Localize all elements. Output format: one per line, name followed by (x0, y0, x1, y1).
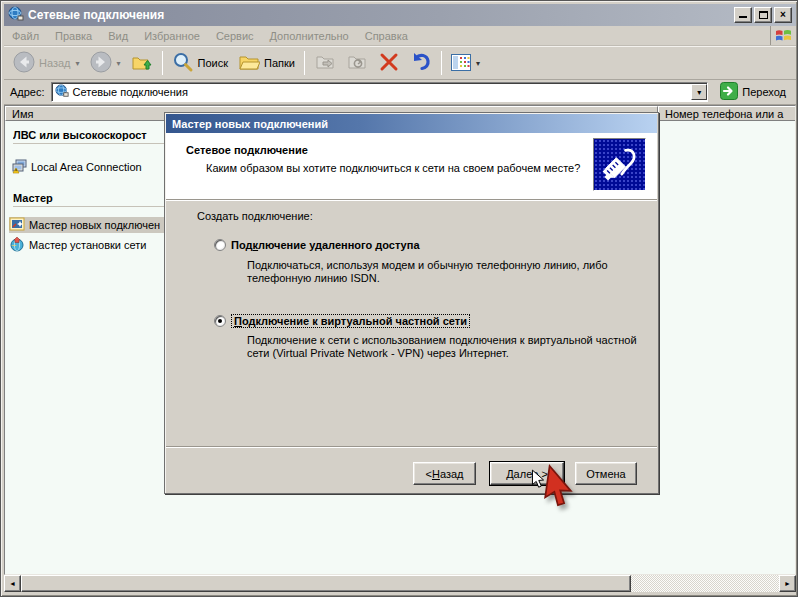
column-header-phone[interactable]: Номер телефона или а (658, 106, 796, 121)
address-bar: Адрес: Сетевые подключения ▾ Переход (4, 80, 796, 105)
scrollbar-track[interactable] (631, 575, 779, 592)
toolbar-separator (304, 51, 305, 75)
network-connections-icon (8, 6, 24, 24)
minimize-button[interactable] (734, 7, 752, 23)
address-value: Сетевые подключения (73, 86, 188, 98)
chevron-down-icon: ▾ (697, 88, 701, 97)
views-dropdown-icon[interactable]: ▾ (476, 59, 480, 68)
label-text: азад (440, 468, 464, 480)
scroll-left-icon: ◄ (9, 580, 16, 587)
list-item-label: Мастер новых подключен (29, 219, 160, 231)
new-connection-wizard-dialog: Мастер новых подключений Сетевое подключ… (164, 112, 659, 494)
move-to-button[interactable] (309, 49, 341, 77)
folders-icon (238, 51, 260, 75)
create-connection-prompt: Создать подключение: (197, 210, 313, 222)
toolbar-separator (162, 51, 163, 75)
address-dropdown-button[interactable]: ▾ (691, 84, 707, 100)
toolbar-separator (441, 51, 442, 75)
move-to-folder-icon (314, 51, 336, 75)
cancel-button[interactable]: Отмена (575, 462, 637, 485)
lan-connection-icon (11, 158, 27, 176)
network-setup-wizard-icon (9, 236, 25, 254)
views-icon (451, 54, 471, 73)
label-text: лючение удаленного доступа (258, 239, 419, 251)
scroll-left-button[interactable]: ◄ (4, 575, 21, 592)
go-icon (720, 82, 738, 102)
go-button[interactable]: Переход (716, 81, 790, 103)
header-separator (166, 199, 657, 201)
network-connections-window: Сетевые подключения × Файл Правка Вид Из… (0, 0, 798, 597)
forward-button[interactable]: ▾ (85, 49, 126, 77)
group-header-lan: ЛВС или высокоскорост (13, 129, 165, 141)
radio-vpn-description: Подключение к сети с использованием подк… (247, 334, 647, 360)
network-connections-icon (55, 84, 69, 100)
delete-icon (378, 51, 400, 75)
label-text: Отмена (586, 468, 625, 480)
list-item-new-connection-wizard[interactable]: Мастер новых подключен (9, 217, 167, 233)
label-accel: Д (506, 468, 513, 480)
scroll-right-icon: ► (784, 580, 791, 587)
folders-button[interactable]: Папки (233, 49, 300, 77)
radio-button-selected-icon (214, 315, 226, 327)
search-label: Поиск (198, 57, 228, 69)
radio-dialup-description: Подключаться, используя модем и обычную … (247, 259, 637, 285)
back-button[interactable]: Назад ▾ (8, 49, 85, 77)
copy-to-button[interactable] (341, 49, 373, 77)
scrollbar-thumb[interactable] (21, 575, 631, 592)
folders-label: Папки (264, 57, 295, 69)
menu-edit[interactable]: Правка (47, 28, 100, 44)
label-text: одключение к виртуальной частной сети (242, 315, 467, 327)
address-label: Адрес: (10, 86, 45, 98)
mouse-cursor-icon (531, 469, 545, 491)
column-header-name-label: Имя (12, 108, 33, 120)
radio-vpn[interactable]: Подключение к виртуальной частной сети (214, 314, 470, 328)
menu-view[interactable]: Вид (100, 28, 136, 44)
address-input[interactable]: Сетевые подключения ▾ (51, 82, 709, 102)
menu-bar: Файл Правка Вид Избранное Сервис Дополни… (4, 26, 796, 46)
list-item-local-area-connection[interactable]: Local Area Connection (11, 158, 169, 176)
click-indicator-arrow-icon (542, 465, 576, 511)
folder-up-icon (131, 51, 153, 75)
radio-button-icon (214, 239, 226, 251)
up-button[interactable] (126, 49, 158, 77)
maximize-button[interactable] (754, 7, 772, 23)
back-dropdown-icon[interactable]: ▾ (76, 59, 80, 68)
back-wizard-button[interactable]: < Назад (413, 462, 476, 485)
search-button[interactable]: Поиск (167, 49, 233, 77)
menu-file[interactable]: Файл (4, 28, 47, 44)
dialog-heading: Сетевое подключение (186, 144, 308, 156)
views-button[interactable]: ▾ (446, 49, 485, 77)
group-rule (13, 143, 165, 144)
dialog-titlebar[interactable]: Мастер новых подключений (166, 114, 657, 133)
close-button[interactable]: × (774, 7, 792, 23)
column-header-phone-label: Номер телефона или а (665, 108, 783, 120)
menu-help[interactable]: Справка (357, 28, 416, 44)
radio-dialup-label: Подключение удаленного доступа (231, 239, 420, 251)
delete-button[interactable] (373, 49, 405, 77)
dialog-header: Сетевое подключение Каким образом вы хот… (166, 133, 657, 199)
copy-to-folder-icon (346, 51, 368, 75)
scroll-right-button[interactable]: ► (779, 575, 796, 592)
back-label: Назад (39, 57, 71, 69)
windows-logo-icon (770, 26, 796, 45)
radio-vpn-label: Подключение к виртуальной частной сети (231, 314, 470, 328)
radio-dialup[interactable]: Подключение удаленного доступа (214, 239, 420, 251)
label-accel: П (234, 315, 242, 327)
search-icon (172, 51, 194, 75)
forward-dropdown-icon[interactable]: ▾ (117, 59, 121, 68)
horizontal-scrollbar: ◄ ► (4, 575, 796, 592)
menu-advanced[interactable]: Дополнительно (262, 28, 357, 44)
minimize-icon (739, 10, 747, 18)
dialog-subheading: Каким образом вы хотите подключиться к с… (206, 162, 580, 174)
label-text: Под (231, 239, 252, 251)
undo-button[interactable] (405, 49, 437, 77)
list-item-network-setup-wizard[interactable]: Мастер установки сети (9, 236, 167, 254)
window-titlebar[interactable]: Сетевые подключения × (4, 4, 796, 26)
menu-favorites[interactable]: Избранное (136, 28, 208, 44)
new-connection-wizard-icon (9, 217, 25, 233)
maximize-icon (759, 11, 768, 19)
list-item-label: Local Area Connection (31, 161, 142, 173)
menu-tools[interactable]: Сервис (208, 28, 262, 44)
undo-icon (410, 51, 432, 75)
network-plug-icon (593, 138, 646, 191)
